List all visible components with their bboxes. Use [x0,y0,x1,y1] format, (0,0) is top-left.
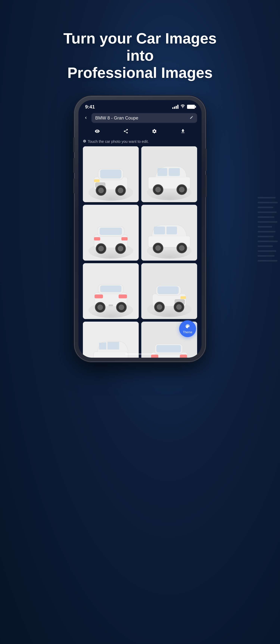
svg-point-31 [118,246,124,252]
car-image-7 [83,322,139,358]
car-card-6[interactable] [141,263,197,319]
svg-point-9 [98,188,104,193]
info-circle-icon [83,140,86,144]
svg-point-18 [155,187,161,192]
svg-point-0 [182,107,183,108]
phone-notch [121,100,159,108]
phone-screen: 9:41 [78,100,202,358]
svg-rect-45 [100,286,122,292]
home-indicator [125,353,155,355]
svg-point-52 [118,304,124,310]
svg-rect-58 [180,296,186,299]
svg-rect-75 [156,345,181,352]
status-time: 9:41 [85,104,95,110]
nav-header: BMW 8 - Gran Coupe [83,111,197,125]
wifi-icon [180,104,185,109]
car-image-6 [141,263,197,319]
svg-rect-36 [166,226,177,234]
svg-rect-66 [94,352,128,358]
car-image-3 [83,205,139,260]
eye-icon[interactable] [95,128,100,135]
svg-point-50 [98,304,103,310]
phone-mockup: 9:41 [75,96,205,362]
svg-rect-25 [100,228,122,235]
status-icons [172,104,195,109]
car-image-4 [141,205,197,260]
svg-point-29 [98,246,104,252]
info-text: Touch the car photo you want to edit. [88,140,149,144]
theme-icon [185,324,190,330]
car-card-1[interactable] [83,146,139,202]
svg-rect-47 [95,294,103,298]
svg-rect-5 [100,170,122,178]
edit-pencil-icon[interactable] [190,116,194,120]
app-content: BMW 8 - Gran Coupe [78,111,202,358]
theme-fab-button[interactable]: Theme [179,320,196,337]
svg-rect-35 [154,226,165,234]
car-card-4[interactable] [141,205,197,260]
svg-point-11 [118,188,124,193]
battery-icon [187,105,195,109]
info-bar: Touch the car photo you want to edit. [83,138,197,146]
car-card-5[interactable] [83,263,139,319]
theme-label: Theme [183,330,192,334]
share-icon[interactable] [123,128,128,135]
svg-point-38 [155,245,161,251]
svg-point-40 [179,245,184,251]
bg-decoration [258,193,280,305]
svg-rect-15 [158,168,167,176]
signal-icon [172,105,178,109]
car-card-3[interactable] [83,205,139,260]
svg-rect-6 [94,179,100,182]
svg-rect-77 [180,354,187,358]
svg-rect-26 [94,237,100,240]
svg-rect-48 [118,294,127,298]
svg-point-20 [179,187,184,192]
download-icon[interactable] [180,128,186,135]
back-button[interactable] [83,114,89,122]
toolbar [83,125,197,138]
car-image-1 [83,146,139,202]
svg-point-61 [156,304,162,310]
svg-rect-76 [151,354,158,358]
car-image-5 [83,263,139,319]
settings-icon[interactable] [152,128,157,135]
nav-title: BMW 8 - Gran Coupe [95,115,138,120]
car-card-2[interactable] [141,146,197,202]
svg-point-63 [176,304,182,310]
svg-rect-16 [169,168,180,176]
car-image-2 [141,146,197,202]
nav-title-bar: BMW 8 - Gran Coupe [92,113,197,123]
svg-rect-57 [158,286,179,294]
svg-rect-27 [121,237,128,240]
svg-rect-46 [109,304,113,306]
headline: Turn your Car Images into Professional I… [56,30,224,82]
car-card-7[interactable] [83,322,139,358]
